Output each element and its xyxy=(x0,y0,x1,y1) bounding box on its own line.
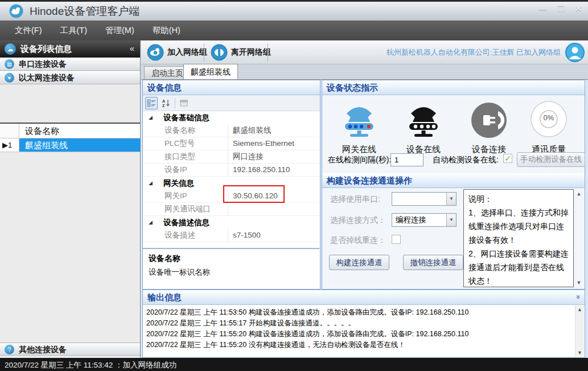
property-row-gateway-port[interactable]: 网关通讯端口 xyxy=(143,203,319,216)
device-connect-icon xyxy=(467,99,511,140)
reconnect-checkbox[interactable] xyxy=(392,235,401,244)
join-network-button[interactable]: 加入网络组 xyxy=(142,43,212,62)
connect-mode-combo[interactable]: 编程连接 ▼ xyxy=(392,213,457,227)
auto-detect-label: 自动检测设备在线: xyxy=(433,155,499,165)
leave-network-button[interactable]: 离开网络组 xyxy=(206,43,276,62)
combo-arrow-icon[interactable]: ▼ xyxy=(446,193,456,205)
device-table: 设备名称 ▶1 麒盛组装线 xyxy=(0,123,140,152)
indicator-gateway-online: 网关在线 xyxy=(328,99,390,155)
status-bar: 2020/7/22 星期三 上午 11:53:42 ：加入网络组成功 xyxy=(0,358,588,371)
sidebar-item-serial-devices[interactable]: ▤ 串口连接设备 xyxy=(0,58,140,71)
device-info-header: 设备信息 xyxy=(143,80,320,95)
device-table-header: 设备名称 xyxy=(0,124,140,138)
category-device-basic-info[interactable]: ◢设备基础信息 xyxy=(143,111,319,124)
maximize-button[interactable]: ❐ xyxy=(554,2,569,15)
device-row-qisheng[interactable]: ▶1 麒盛组装线 xyxy=(0,138,140,152)
log-line: 2020/7/22 星期三 上午 11:53:50 构建设备连接通道成功，添加设… xyxy=(146,307,573,318)
log-line: 2020/7/22 星期三 上午 11:55:20 没有构建连接通道，无法自动检… xyxy=(146,340,573,350)
property-row-device-description[interactable]: 设备描述s7-1500 xyxy=(143,229,319,242)
note-line: 说明： xyxy=(468,192,569,206)
menu-tools[interactable]: 工具(T) xyxy=(51,21,97,40)
description-title: 设备名称 xyxy=(149,254,314,264)
device-online-icon xyxy=(402,99,445,140)
output-scrollbar[interactable]: ▲ ▼ xyxy=(575,305,584,357)
row-marker: ▶1 xyxy=(0,138,19,152)
status-bar-text: 2020/7/22 星期三 上午 11:53:42 ：加入网络组成功 xyxy=(5,361,176,369)
tab-qisheng-line[interactable]: 麒盛组装线 xyxy=(183,64,238,79)
serial-device-icon: ▤ xyxy=(5,59,14,69)
property-row-device-name[interactable]: 设备名称麒盛组装线 xyxy=(143,124,319,137)
interval-label: 在线检测间隔(秒): xyxy=(328,155,391,165)
close-button[interactable]: ✕ xyxy=(571,2,586,15)
quality-percent: 0% xyxy=(517,113,580,122)
scroll-down-icon[interactable]: ▼ xyxy=(575,350,584,356)
minimize-button[interactable]: — xyxy=(536,2,550,15)
output-header: 输出信息 xyxy=(143,290,585,305)
column-device-name: 设备名称 xyxy=(19,124,140,138)
menu-help[interactable]: 帮助(H) xyxy=(143,21,190,40)
indicator-comm-quality: 0% 通讯质量 xyxy=(517,99,580,155)
toolbar-divider xyxy=(175,98,175,108)
output-collapse-icon[interactable]: » xyxy=(571,295,585,299)
indicator-device-connect: 设备连接 xyxy=(458,99,520,155)
reconnect-label: 是否掉线重连： xyxy=(330,235,386,246)
serial-port-combo[interactable]: ▼ xyxy=(392,192,457,206)
gateway-ip-highlight-box xyxy=(223,185,285,203)
menu-bar: 文件(F) 工具(T) 管理(M) 帮助(H) xyxy=(0,21,588,40)
sidebar-title: 设备列表信息 xyxy=(20,40,72,58)
other-device-icon: ? xyxy=(5,345,14,354)
sidebar-collapse-icon[interactable]: « xyxy=(130,40,134,56)
property-description-area: 设备名称 设备唯一标识名称 xyxy=(143,248,319,289)
device-status-header: 设备状态指示 xyxy=(322,80,585,95)
scroll-down-icon[interactable]: ▼ xyxy=(574,280,583,286)
device-row-name[interactable]: 麒盛组装线 xyxy=(19,138,140,152)
sort-az-icon[interactable]: AZ xyxy=(160,97,172,109)
sidebar-header: ☁ 设备列表信息 « xyxy=(0,40,140,58)
menu-manage[interactable]: 管理(M) xyxy=(96,21,143,40)
log-line: 2020/7/22 星期三 上午 11:55:20 构建设备连接通道成功，添加设… xyxy=(146,329,573,340)
note-scrollbar[interactable]: ▲ ▼ xyxy=(574,190,583,287)
property-grid-toolbar: AZ xyxy=(143,95,320,111)
interval-input[interactable] xyxy=(390,153,423,166)
network-toolbar: 加入网络组 离开网络组 杭州新松机器人自动化有限公司:王佳辉 已加入网络组 xyxy=(141,40,588,64)
online-check-row: 在线检测间隔(秒): 自动检测设备在线: ✓ 手动检测设备在线 xyxy=(327,152,583,169)
user-network-status: 杭州新松机器人自动化有限公司:王佳辉 已加入网络组 xyxy=(386,40,561,64)
auto-detect-checkbox[interactable]: ✓ xyxy=(503,154,512,163)
scroll-up-icon[interactable]: ▲ xyxy=(575,307,584,312)
connect-mode-label: 选择连接方式： xyxy=(330,215,386,226)
title-bar: Hinode设备管理客户端 — ❐ ✕ xyxy=(0,2,588,21)
scroll-up-icon[interactable]: ▲ xyxy=(574,191,583,197)
instructions-box: 说明： 1、选择串口、连接方式和掉线重连操作选项只对串口连接设备有效！ 2、网口… xyxy=(463,189,574,287)
app-logo-icon xyxy=(9,4,23,18)
app-window: Hinode设备管理客户端 — ❐ ✕ 文件(F) 工具(T) 管理(M) 帮助… xyxy=(0,0,588,371)
property-row-plc-model[interactable]: PLC型号Siemens-Ethernet xyxy=(143,137,319,150)
device-list-icon: ☁ xyxy=(5,43,16,55)
categorized-view-icon[interactable] xyxy=(145,97,158,109)
join-network-icon xyxy=(147,44,164,61)
user-avatar[interactable] xyxy=(565,43,585,62)
build-channel-button[interactable]: 构建连接通道 xyxy=(329,255,389,270)
category-device-description-info[interactable]: ◢设备描述信息 xyxy=(143,216,319,229)
gateway-online-icon xyxy=(338,99,381,140)
ethernet-device-icon: ♥ xyxy=(5,73,14,83)
property-row-interface-type[interactable]: 接口类型网口连接 xyxy=(143,150,319,164)
sidebar-item-other-devices[interactable]: ? 其他连接设备 xyxy=(0,343,140,356)
svg-text:A: A xyxy=(162,99,165,103)
manual-detect-button[interactable]: 手动检测设备在线 xyxy=(517,152,585,167)
property-row-device-ip[interactable]: 设备IP192.168.250.110 xyxy=(143,164,319,177)
log-line: 2020/7/22 星期三 上午 11:55:17 开始构建设备连接通道。。。。… xyxy=(146,318,573,329)
toolbar-divider xyxy=(268,43,268,62)
indicator-device-online: 设备在线 xyxy=(392,99,455,155)
device-status-panel: 设备状态指示 网关在线 设备在线 设备连接 0% 通讯质量 在线检测间隔(秒):… xyxy=(322,80,585,290)
property-pages-icon xyxy=(178,97,190,109)
combo-arrow-icon[interactable]: ▼ xyxy=(446,214,456,226)
tab-bar: 启动主页 麒盛组装线 xyxy=(141,64,588,80)
sidebar-item-ethernet-devices[interactable]: ♥ 以太网连接设备 xyxy=(0,71,140,84)
menu-file[interactable]: 文件(F) xyxy=(6,21,51,40)
revoke-channel-button[interactable]: 撤销连接通道 xyxy=(403,255,463,270)
device-info-panel: 设备信息 AZ ◢设备基础信息 设备名称麒盛组装线 PLC型号Siemens-E… xyxy=(142,80,320,290)
leave-network-icon xyxy=(211,44,228,61)
note-line: 2、网口连接设备需要构建连接通道后才能看到是否在线状态！ xyxy=(468,247,569,287)
description-text: 设备唯一标识名称 xyxy=(149,267,314,278)
serial-port-label: 选择使用串口: xyxy=(330,194,380,205)
